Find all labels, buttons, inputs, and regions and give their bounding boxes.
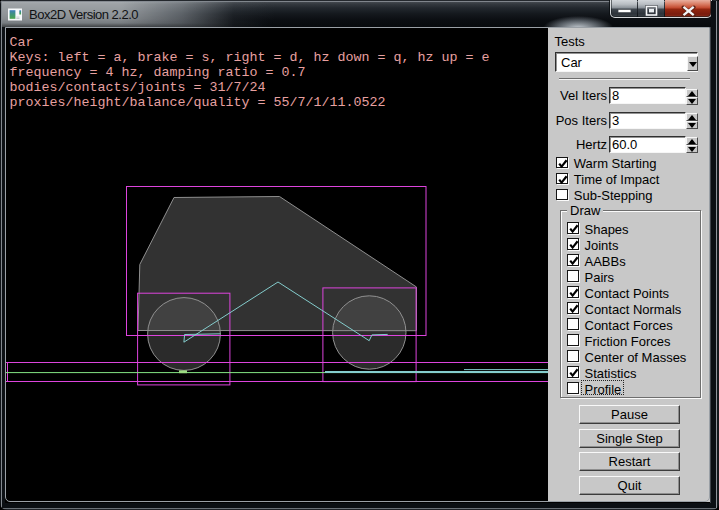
svg-text:frequency = 4 hz, damping rati: frequency = 4 hz, damping ratio = 0.7 bbox=[10, 65, 306, 80]
svg-text:Keys: left = a, brake = s, rig: Keys: left = a, brake = s, right = d, hz… bbox=[10, 50, 490, 65]
svg-text:bodies/contacts/joints = 31/7/: bodies/contacts/joints = 31/7/24 bbox=[10, 80, 266, 95]
svg-text:proxies/height/balance/quality: proxies/height/balance/quality = 55/7/1/… bbox=[10, 95, 386, 110]
svg-text:Car: Car bbox=[10, 35, 34, 50]
